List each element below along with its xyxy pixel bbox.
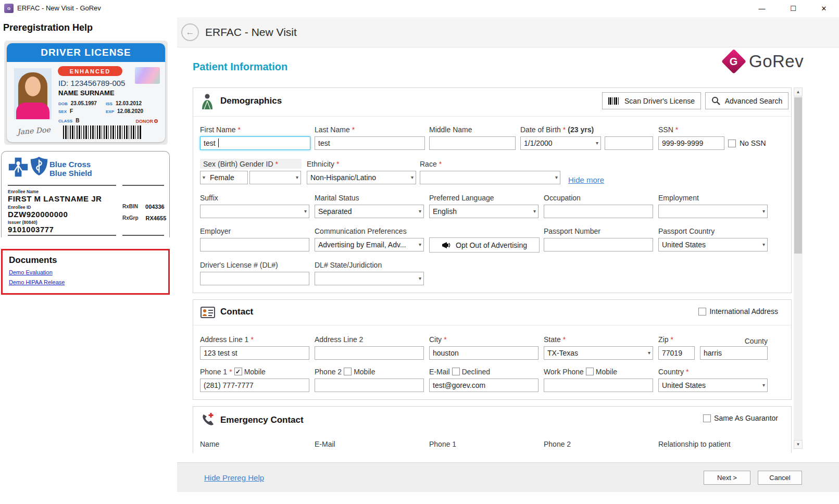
employer-field: Employer — [200, 226, 309, 251]
ethnicity-field: Ethnicity* Non-Hispanic/Latino ▾ — [307, 159, 416, 184]
country-field: Country* United States ▾ — [658, 367, 768, 392]
hide-more-link[interactable]: Hide more — [568, 175, 604, 184]
work-phone-input[interactable] — [544, 379, 653, 392]
address-line-1-input[interactable] — [200, 346, 309, 360]
employment-select[interactable]: ▾ — [658, 205, 768, 218]
date-of-birth-field: Date of Birth*(23 yrs) 1/1/2000 ▾ — [520, 124, 653, 150]
hide-prereg-help-link[interactable]: Hide Prereg Help — [204, 473, 264, 482]
document-link-demo-hipaa-release[interactable]: Demo HIPAA Release — [9, 279, 162, 285]
minimize-button[interactable]: — — [750, 0, 774, 17]
chevron-down-icon: ▾ — [304, 208, 307, 214]
preferred-language-select[interactable]: English ▾ — [429, 205, 539, 218]
international-address-option: International Address — [698, 307, 778, 316]
email-input[interactable] — [429, 379, 539, 392]
license-barcode — [63, 125, 141, 139]
phone-1-mobile-checkbox[interactable]: ✓ — [234, 368, 242, 375]
passport-number-input[interactable] — [544, 238, 653, 251]
chevron-down-icon: ▾ — [762, 208, 765, 214]
ssn-field: SSN* No SSN — [658, 124, 785, 150]
barcode-icon — [608, 97, 620, 105]
employer-input[interactable] — [200, 238, 309, 251]
close-button[interactable]: ✕ — [812, 0, 836, 17]
middle-name-input[interactable] — [429, 136, 516, 150]
document-link-demo-evaluation[interactable]: Demo Evaluation — [9, 269, 162, 275]
license-signature: Jane Doe — [17, 125, 51, 136]
emergency-email-label: E-Mail — [315, 439, 335, 449]
same-as-guarantor-checkbox[interactable] — [703, 414, 711, 422]
chevron-down-icon: ▾ — [411, 174, 414, 180]
chevron-down-icon: ▾ — [555, 174, 558, 180]
last-name-input[interactable] — [315, 136, 425, 150]
license-donor: DONOR — [136, 119, 158, 124]
visit-title: ERFAC - New Visit — [205, 17, 297, 47]
phone-2-mobile-checkbox[interactable] — [344, 368, 352, 375]
window-title: ERFAC - New Visit - GoRev — [17, 4, 101, 12]
drivers-license-number-input[interactable] — [200, 272, 309, 285]
advanced-search-button[interactable]: Advanced Search — [705, 92, 788, 109]
scroll-up-icon[interactable]: ▲ — [794, 87, 803, 96]
marital-status-select[interactable]: Separated ▾ — [315, 205, 424, 218]
footer-bar: Hide Prereg Help Next > Cancel — [177, 462, 839, 492]
race-select[interactable]: ▾ — [420, 171, 560, 184]
sex-select[interactable]: ▾ Female — [200, 171, 248, 184]
state-field: State* TX-Texas ▾ — [544, 334, 653, 360]
license-name: NAME SURNAME — [58, 89, 115, 97]
maximize-button[interactable]: ☐ — [781, 0, 805, 17]
license-iss: ISS12.03.2012 — [106, 100, 142, 106]
license-id: ID: 123456789-005 — [58, 79, 125, 87]
next-button[interactable]: Next > — [704, 471, 750, 485]
license-hologram — [135, 67, 160, 84]
employment-field: Employment ▾ — [658, 193, 768, 218]
first-name-field: First Name* — [200, 124, 310, 150]
documents-title: Documents — [9, 255, 162, 266]
zip-input[interactable] — [658, 346, 695, 360]
work-phone-mobile-checkbox[interactable] — [586, 368, 594, 375]
address-line-2-input[interactable] — [315, 346, 424, 360]
contact-card-icon — [201, 307, 215, 318]
country-select[interactable]: United States ▾ — [658, 379, 768, 392]
back-button[interactable]: ← — [181, 23, 199, 41]
phone-2-input[interactable] — [315, 379, 424, 392]
passport-country-select[interactable]: United States ▾ — [658, 238, 768, 251]
date-of-birth-extra-input[interactable] — [605, 136, 653, 150]
demographics-section: Demographics Scan Driver's License Advan… — [193, 87, 792, 293]
gender-id-select[interactable]: ▾ — [249, 171, 301, 184]
county-input[interactable] — [700, 346, 768, 360]
preregistration-help-panel: Preregistration Help DRIVER LICENSE ENHA… — [0, 17, 177, 504]
email-declined-checkbox[interactable] — [452, 368, 460, 375]
vertical-scrollbar[interactable]: ▲ ▼ — [794, 87, 803, 449]
scrollbar-thumb[interactable] — [794, 97, 802, 254]
license-dob: DOB23.05.1997 — [58, 100, 97, 106]
ethnicity-select[interactable]: Non-Hispanic/Latino ▾ — [307, 171, 416, 184]
emergency-phone-icon — [201, 412, 215, 426]
international-address-checkbox[interactable] — [698, 308, 706, 316]
phone-1-input[interactable] — [200, 379, 309, 392]
license-header: DRIVER LICENSE — [7, 43, 165, 62]
section-title-emergency-contact: Emergency Contact — [220, 415, 304, 425]
bcbs-brand-text: Blue Cross Blue Shield — [49, 160, 92, 178]
city-field: City* — [429, 334, 539, 360]
passport-number-field: Passport Number — [544, 226, 653, 251]
same-as-guarantor-option: Same As Guarantor — [703, 414, 778, 422]
chevron-down-icon: ▾ — [648, 350, 650, 356]
first-name-input[interactable] — [200, 136, 310, 150]
scroll-down-icon[interactable]: ▼ — [794, 440, 803, 449]
communication-preferences-select[interactable]: Advertising by Email, Adv... ▾ — [315, 238, 424, 251]
title-bar: G ERFAC - New Visit - GoRev — ☐ ✕ — [0, 0, 839, 17]
city-input[interactable] — [429, 346, 539, 360]
state-select[interactable]: TX-Texas ▾ — [544, 346, 653, 360]
enrollee-id-block: Enrollee ID DZW920000000 — [8, 205, 68, 219]
scan-drivers-license-button[interactable]: Scan Driver's License — [602, 92, 701, 109]
preferred-language-field: Preferred Language English ▾ — [429, 193, 539, 218]
page-title: Patient Information — [193, 61, 287, 73]
suffix-select[interactable]: ▾ — [200, 205, 309, 218]
cancel-button[interactable]: Cancel — [758, 471, 802, 485]
emergency-name-label: Name — [200, 439, 219, 449]
occupation-input[interactable] — [544, 205, 653, 218]
date-of-birth-select[interactable]: 1/1/2000 ▾ — [520, 136, 601, 150]
ssn-input[interactable] — [658, 136, 724, 150]
zip-field: Zip* — [658, 334, 695, 360]
opt-out-advertising-button[interactable]: Opt Out of Advertising — [429, 237, 540, 253]
dl-state-select[interactable]: ▾ — [315, 272, 424, 285]
no-ssn-checkbox[interactable] — [728, 140, 736, 147]
